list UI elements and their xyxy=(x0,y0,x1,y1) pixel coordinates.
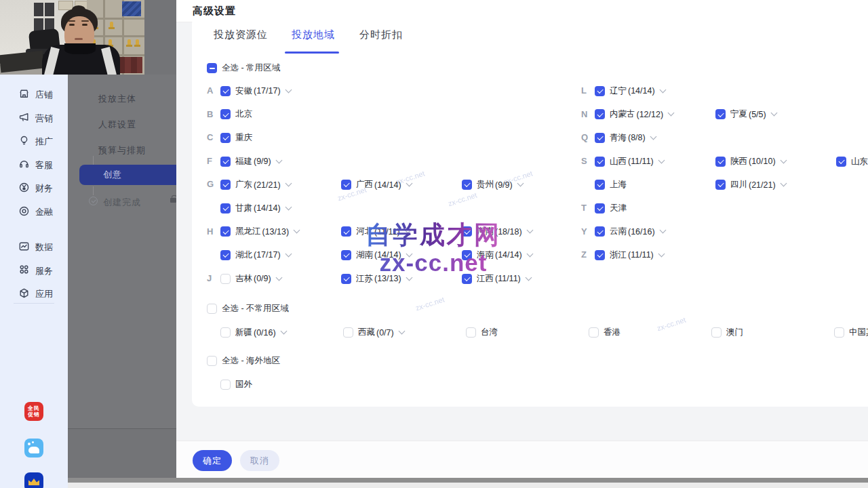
chevron-down-icon[interactable] xyxy=(275,274,282,281)
checked-checkbox[interactable] xyxy=(595,133,605,143)
checked-checkbox[interactable] xyxy=(220,226,231,237)
checked-checkbox[interactable] xyxy=(595,157,605,167)
region-item[interactable]: 北京 xyxy=(220,103,341,127)
app-icon-crown[interactable] xyxy=(24,472,43,488)
checked-checkbox[interactable] xyxy=(595,109,605,119)
region-item[interactable]: 山西(11/11) xyxy=(595,150,715,174)
checked-checkbox[interactable] xyxy=(595,180,605,190)
chevron-down-icon[interactable] xyxy=(770,110,777,117)
chevron-down-icon[interactable] xyxy=(404,227,411,234)
region-item[interactable]: 陕西(10/10) xyxy=(715,150,836,174)
region-item[interactable]: 浙江(11/11) xyxy=(595,243,715,267)
chevron-down-icon[interactable] xyxy=(780,157,787,163)
select-all-common-regions[interactable]: 全选 - 常用区域 xyxy=(207,62,280,74)
chevron-down-icon[interactable] xyxy=(526,251,533,258)
checked-checkbox[interactable] xyxy=(220,250,231,260)
sidebar-item-数据[interactable]: 数据 xyxy=(0,239,68,256)
checked-checkbox[interactable] xyxy=(462,250,472,260)
uncommon-region-item[interactable]: 新疆(0/16) xyxy=(220,321,343,344)
unchecked-checkbox[interactable] xyxy=(207,304,217,314)
region-item[interactable]: 海南(14/14) xyxy=(462,243,583,267)
checked-checkbox[interactable] xyxy=(341,274,351,284)
chevron-down-icon[interactable] xyxy=(668,110,675,117)
tab-resource-slots[interactable]: 投放资源位 xyxy=(214,28,268,41)
checked-checkbox[interactable] xyxy=(220,109,231,119)
region-item[interactable]: 黑龙江(13/13) xyxy=(220,220,341,244)
unchecked-checkbox[interactable] xyxy=(220,327,231,338)
chevron-down-icon[interactable] xyxy=(658,157,665,163)
chevron-down-icon[interactable] xyxy=(285,180,292,187)
chevron-down-icon[interactable] xyxy=(659,86,666,93)
unchecked-checkbox[interactable] xyxy=(220,380,231,390)
region-item[interactable]: 湖北(17/17) xyxy=(220,243,341,267)
checked-checkbox[interactable] xyxy=(462,274,472,284)
region-item[interactable]: 福建(9/9) xyxy=(220,150,341,174)
uncommon-region-item[interactable]: 西藏(0/7) xyxy=(343,321,466,344)
chevron-down-icon[interactable] xyxy=(406,180,412,187)
region-item[interactable]: 江西(11/11) xyxy=(462,267,583,291)
checked-checkbox[interactable] xyxy=(341,226,351,237)
chevron-down-icon[interactable] xyxy=(406,251,412,258)
region-item[interactable]: 河南(18/18) xyxy=(462,220,583,244)
chevron-down-icon[interactable] xyxy=(406,274,412,281)
unchecked-checkbox[interactable] xyxy=(589,327,599,338)
unchecked-checkbox[interactable] xyxy=(711,327,722,338)
step-budget-schedule[interactable]: 预算与排期 xyxy=(98,144,146,157)
checked-checkbox[interactable] xyxy=(220,157,231,167)
chevron-down-icon[interactable] xyxy=(517,180,524,187)
region-item[interactable]: 广东(21/21) xyxy=(220,173,341,197)
region-item[interactable]: 广西(14/14) xyxy=(341,173,462,197)
overseas-region-item[interactable]: 国外 xyxy=(220,373,343,396)
unchecked-checkbox[interactable] xyxy=(343,327,353,338)
unchecked-checkbox[interactable] xyxy=(466,327,476,338)
chevron-down-icon[interactable] xyxy=(280,328,287,335)
sidebar-item-推广[interactable]: 推广 xyxy=(0,133,68,150)
checked-checkbox[interactable] xyxy=(595,250,605,260)
uncommon-region-item[interactable]: 香港 xyxy=(589,321,711,344)
checked-checkbox[interactable] xyxy=(462,180,472,190)
region-item[interactable]: 青海(8/8) xyxy=(595,126,715,150)
chevron-down-icon[interactable] xyxy=(275,157,282,163)
region-item[interactable]: 江苏(13/13) xyxy=(341,267,462,291)
checked-checkbox[interactable] xyxy=(220,180,231,190)
sidebar-item-营销[interactable]: 营销 xyxy=(0,110,68,127)
region-item[interactable]: 辽宁(14/14) xyxy=(595,79,715,103)
select-all-uncommon-regions[interactable]: 全选 - 不常用区域 xyxy=(207,297,868,321)
checked-checkbox[interactable] xyxy=(220,203,231,214)
uncommon-region-item[interactable]: 台湾 xyxy=(466,321,589,344)
checked-checkbox[interactable] xyxy=(715,157,726,167)
region-item[interactable]: 安徽(17/17) xyxy=(220,79,341,103)
checked-checkbox[interactable] xyxy=(341,250,351,260)
region-item[interactable]: 内蒙古(12/12) xyxy=(595,103,715,127)
step-create-complete[interactable]: 创建完成 xyxy=(103,197,141,209)
region-item[interactable]: 重庆 xyxy=(220,126,341,150)
sidebar-item-店铺[interactable]: 店铺 xyxy=(0,86,68,104)
tab-delivery-region[interactable]: 投放地域 xyxy=(292,28,335,41)
uncommon-region-item[interactable]: 中国其 xyxy=(834,321,868,344)
unchecked-checkbox[interactable] xyxy=(207,356,217,366)
unchecked-checkbox[interactable] xyxy=(220,274,231,284)
chevron-down-icon[interactable] xyxy=(285,251,292,258)
region-item[interactable]: 四川(21/21) xyxy=(715,173,836,197)
region-item[interactable]: 天津 xyxy=(595,197,715,220)
cancel-button[interactable]: 取消 xyxy=(240,450,279,471)
tab-time-discount[interactable]: 分时折扣 xyxy=(359,28,403,41)
checked-checkbox[interactable] xyxy=(836,157,846,167)
region-item[interactable]: 吉林(0/9) xyxy=(220,267,341,291)
chevron-down-icon[interactable] xyxy=(659,227,666,234)
indeterminate-checkbox[interactable] xyxy=(207,63,217,73)
chevron-down-icon[interactable] xyxy=(525,274,532,281)
chevron-down-icon[interactable] xyxy=(285,203,292,210)
sidebar-item-服务[interactable]: 服务 xyxy=(0,262,68,280)
step-audience-settings[interactable]: 人群设置 xyxy=(98,119,136,131)
checked-checkbox[interactable] xyxy=(595,203,605,214)
checked-checkbox[interactable] xyxy=(715,180,726,190)
chevron-down-icon[interactable] xyxy=(780,180,787,187)
region-item[interactable]: 宁夏(5/5) xyxy=(715,103,836,127)
sidebar-item-客服[interactable]: 客服 xyxy=(0,157,68,174)
checked-checkbox[interactable] xyxy=(595,86,605,96)
region-item[interactable]: 甘肃(14/14) xyxy=(220,197,341,220)
sidebar-item-财务[interactable]: 财务 xyxy=(0,180,68,197)
sidebar-item-应用[interactable]: 应用 xyxy=(0,285,68,303)
uncommon-region-item[interactable]: 澳门 xyxy=(711,321,834,344)
